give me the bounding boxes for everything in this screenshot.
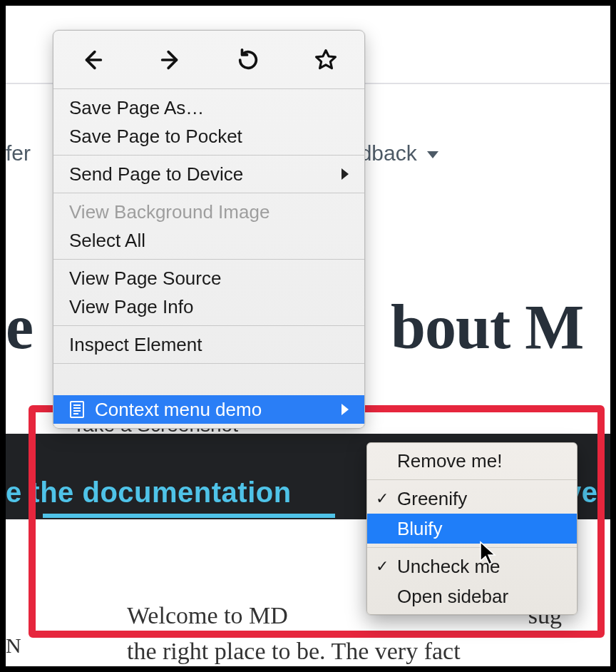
menu-item-save-page-as[interactable]: Save Page As… [53, 93, 364, 122]
forward-icon [158, 48, 183, 72]
nav-reload-button[interactable] [227, 39, 270, 81]
menu-separator [53, 155, 364, 156]
menu-item-send-to-device[interactable]: Send Page to Device [53, 160, 364, 188]
submenu-item-greenify[interactable]: ✓ Greenify [367, 484, 577, 514]
chevron-down-icon [427, 151, 438, 158]
context-submenu: Remove me! ✓ Greenify Bluify ✓ Uncheck m… [366, 442, 578, 615]
menu-item-save-to-pocket[interactable]: Save Page to Pocket [53, 122, 364, 151]
document-icon [69, 400, 85, 419]
menu-separator [367, 547, 577, 548]
menu-item-view-page-info[interactable]: View Page Info [53, 292, 364, 321]
text: Welcome to MD [127, 602, 288, 628]
submenu-item-label: Remove me! [397, 450, 502, 472]
reload-icon [236, 48, 260, 72]
menu-item-label: Send Page to Device [69, 163, 342, 185]
menu-item-label: Save Page As… [69, 97, 349, 119]
menu-separator [53, 363, 364, 364]
submenu-item-bluify[interactable]: Bluify [367, 514, 577, 544]
context-menu: Save Page As… Save Page to Pocket Send P… [53, 30, 365, 429]
star-icon [314, 48, 338, 72]
menu-item-label: View Page Info [69, 296, 349, 318]
menu-item-view-page-source[interactable]: View Page Source [53, 264, 364, 292]
nav-text: fer [6, 141, 31, 165]
mouse-cursor [479, 541, 498, 566]
menu-separator [367, 479, 577, 480]
check-icon: ✓ [376, 557, 389, 576]
page-hero-heading-fragment-right: bout M [391, 291, 583, 363]
nav-back-button[interactable] [71, 39, 114, 81]
nav-forward-button[interactable] [149, 39, 192, 81]
menu-separator [53, 259, 364, 260]
menu-item-label: View Background Image [69, 201, 349, 223]
menu-item-label: Save Page to Pocket [69, 126, 349, 148]
bookmark-button[interactable] [304, 39, 347, 81]
submenu-item-label: Open sidebar [397, 586, 508, 608]
hero-link-fragment-left[interactable]: e the documentation [6, 477, 292, 509]
menu-item-label: Inspect Element [69, 334, 349, 356]
menu-item-label: Select All [69, 230, 349, 252]
sidebar-heading-fragment: N [6, 633, 21, 658]
menu-separator [53, 325, 364, 326]
submenu-item-uncheck-me[interactable]: ✓ Uncheck me [367, 551, 577, 581]
nav-item-fragment-left: fer [6, 141, 31, 166]
hero-link-underline [43, 514, 335, 518]
menu-item-context-menu-demo[interactable]: Context menu demo [53, 395, 364, 424]
check-icon: ✓ [376, 489, 389, 508]
body-paragraph-line2: the right place to be. The very fact [127, 633, 461, 668]
menu-separator [53, 193, 364, 193]
cursor-icon [479, 541, 498, 566]
menu-item-select-all[interactable]: Select All [53, 226, 364, 255]
submenu-item-remove-me[interactable]: Remove me! [367, 446, 577, 476]
menu-item-inspect-element[interactable]: Inspect Element [53, 330, 364, 359]
menu-item-view-background-image: View Background Image [53, 198, 364, 226]
submenu-arrow-icon [342, 168, 349, 180]
back-icon [81, 48, 105, 72]
submenu-item-open-sidebar[interactable]: Open sidebar [367, 581, 577, 611]
svg-rect-0 [71, 402, 83, 417]
submenu-arrow-icon [342, 404, 349, 415]
menu-item-label: View Page Source [69, 268, 349, 290]
menu-item-label: Context menu demo [95, 399, 342, 421]
submenu-item-label: Bluify [397, 518, 443, 540]
page-hero-heading-fragment-left: e [6, 291, 33, 363]
context-menu-navigation-toolbar [53, 31, 364, 89]
submenu-item-label: Greenify [397, 488, 467, 510]
